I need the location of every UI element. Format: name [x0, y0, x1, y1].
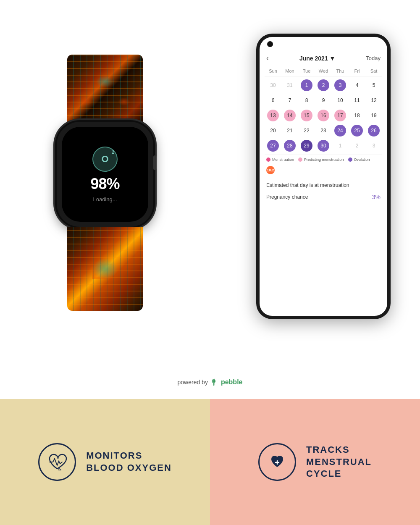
day-label-fri: Fri: [349, 68, 365, 74]
table-row[interactable]: 25: [349, 123, 365, 138]
watch-case: O2 98% Loading...: [57, 122, 153, 227]
table-row[interactable]: 30: [265, 78, 281, 92]
table-row[interactable]: 3: [332, 78, 349, 92]
table-row[interactable]: 29: [298, 139, 315, 153]
feature-right-line1: TRACKS: [306, 444, 372, 456]
table-row[interactable]: 17: [332, 108, 349, 123]
table-row[interactable]: 21: [281, 123, 298, 138]
phone-container: ‹ June 2021 ▼ Today Sun Mon Tue Wed Thu: [256, 34, 399, 349]
table-row[interactable]: 23: [315, 123, 332, 138]
phone-body: ‹ June 2021 ▼ Today Sun Mon Tue Wed Thu: [256, 34, 391, 319]
table-row[interactable]: 15: [298, 108, 315, 123]
table-row[interactable]: 16: [315, 108, 332, 123]
o2-icon: O2: [92, 147, 118, 172]
top-section: O2 98% Loading... ‹ June 2021: [0, 0, 420, 399]
watch-loading-text: Loading...: [93, 196, 117, 202]
watch-percentage: 98%: [90, 175, 119, 193]
table-row[interactable]: 8: [298, 93, 315, 108]
menstrual-icon: [266, 451, 288, 473]
calendar-info: Estimated that day is at menstruation Pr…: [265, 177, 382, 205]
table-row[interactable]: 11: [349, 93, 365, 108]
svg-point-0: [213, 380, 215, 382]
table-row[interactable]: 2: [315, 78, 332, 92]
day-label-thu: Thu: [332, 68, 349, 74]
day-label-tue: Tue: [298, 68, 315, 74]
feature-left-line1: MONITORS: [86, 450, 172, 462]
table-row[interactable]: 12: [365, 93, 382, 108]
table-row[interactable]: 2: [349, 139, 365, 153]
calendar-back-button[interactable]: ‹: [266, 54, 269, 63]
watch-band-bottom: [67, 227, 143, 311]
predicting-label: Predicting menstruation: [304, 158, 344, 162]
pregnancy-row: Pregnancy chance 3%: [266, 190, 381, 204]
pregnancy-label: Pregnancy chance: [266, 194, 308, 200]
calendar-header: ‹ June 2021 ▼ Today: [265, 54, 382, 66]
feature-menstrual-cycle: TRACKS MENSTRUAL CYCLE: [210, 399, 420, 525]
day-label-wed: Wed: [315, 68, 332, 74]
table-row[interactable]: 28: [281, 139, 298, 153]
table-row[interactable]: 14: [281, 108, 298, 123]
watch-screen: O2 98% Loading...: [62, 127, 148, 222]
table-row[interactable]: 13: [265, 108, 281, 123]
calendar-legend: Menstruation Predicting menstruation Ovu…: [265, 155, 382, 177]
phone-screen: ‹ June 2021 ▼ Today Sun Mon Tue Wed Thu: [260, 37, 387, 316]
pebble-logo: pebble: [210, 378, 243, 386]
powered-by-section: powered by pebble: [178, 378, 243, 386]
powered-by-text: powered by: [178, 379, 208, 386]
feature-left-text: MONITORS BLOOD OXYGEN: [86, 450, 172, 474]
table-row[interactable]: 24: [332, 123, 349, 138]
table-row[interactable]: 7: [281, 93, 298, 108]
table-row[interactable]: 18: [349, 108, 365, 123]
table-row[interactable]: 27: [265, 139, 281, 153]
pebble-icon: [210, 378, 219, 386]
feature-right-text: TRACKS MENSTRUAL CYCLE: [306, 444, 372, 480]
phone-camera: [267, 41, 273, 47]
legend-menstruation: Menstruation: [266, 158, 294, 162]
day-label-sat: Sat: [365, 68, 382, 74]
menstruation-label: Menstruation: [272, 158, 294, 162]
table-row[interactable]: 10: [332, 93, 349, 108]
menstrual-icon-circle: [258, 443, 296, 481]
table-row[interactable]: 31: [281, 78, 298, 92]
watch-crown: [153, 155, 157, 170]
feature-blood-oxygen: O₂ MONITORS BLOOD OXYGEN: [0, 399, 210, 525]
day-label-mon: Mon: [281, 68, 298, 74]
o2-superscript: 2: [112, 150, 114, 155]
o2-label: O: [101, 154, 108, 165]
pregnancy-value: 3%: [372, 194, 381, 200]
table-row[interactable]: 1: [332, 139, 349, 153]
table-row[interactable]: 26: [365, 123, 382, 138]
table-row[interactable]: 19: [365, 108, 382, 123]
table-row[interactable]: 1: [298, 78, 315, 92]
legend-ovulation: Ovulation: [348, 158, 370, 162]
table-row[interactable]: 20: [265, 123, 281, 138]
table-row[interactable]: 6: [265, 93, 281, 108]
pebble-brand-text: pebble: [221, 378, 243, 386]
table-row[interactable]: 5: [365, 78, 382, 92]
calendar-days-header: Sun Mon Tue Wed Thu Fri Sat: [265, 66, 382, 76]
watch-band-top: [67, 55, 143, 122]
blood-oxygen-icon-circle: O₂: [38, 443, 76, 481]
feature-right-line3: CYCLE: [306, 468, 372, 480]
feature-left-line2: BLOOD OXYGEN: [86, 462, 172, 474]
ovulation-label: Ovulation: [354, 158, 370, 162]
menstruation-dot: [266, 158, 270, 162]
watch-body: O2 98% Loading...: [46, 55, 164, 298]
table-row[interactable]: 4: [349, 78, 365, 92]
legend-predicting: Predicting menstruation: [298, 158, 344, 162]
bottom-section: O₂ MONITORS BLOOD OXYGEN TRACKS MENSTRUA…: [0, 399, 420, 525]
calendar-today-button[interactable]: Today: [366, 55, 381, 61]
calendar-app: ‹ June 2021 ▼ Today Sun Mon Tue Wed Thu: [260, 37, 387, 209]
table-row[interactable]: 9: [315, 93, 332, 108]
estimated-text: Estimated that day is at menstruation: [266, 181, 381, 190]
table-row[interactable]: 22: [298, 123, 315, 138]
table-row[interactable]: 3: [365, 139, 382, 153]
calendar-month-title: June 2021 ▼: [299, 55, 335, 62]
svg-text:O₂: O₂: [58, 468, 61, 471]
ovulation-dot: [348, 158, 352, 162]
table-row[interactable]: 30: [315, 139, 332, 153]
watch-container: O2 98% Loading...: [25, 34, 185, 361]
legend-badge: 10.2: [266, 166, 275, 174]
day-label-sun: Sun: [265, 68, 281, 74]
blood-oxygen-icon: O₂: [46, 451, 68, 473]
